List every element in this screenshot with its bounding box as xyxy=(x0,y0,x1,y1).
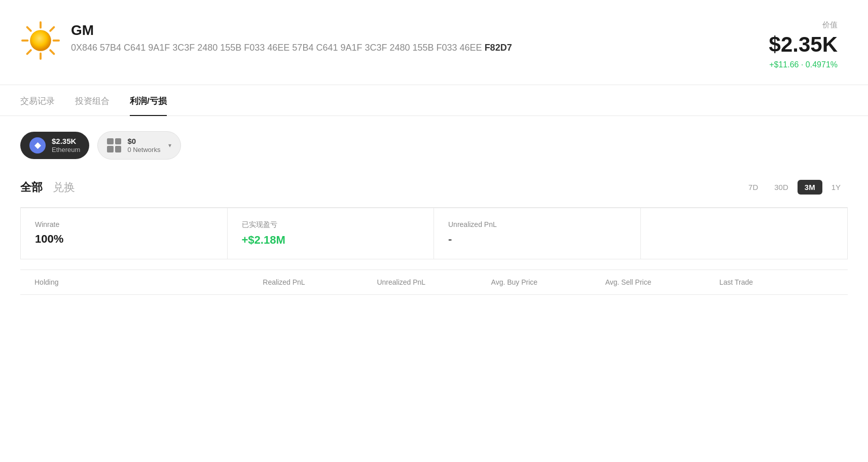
unrealized-pnl-label: Unrealized PnL xyxy=(448,220,626,228)
address-prefix: 0X846 xyxy=(71,43,97,53)
tab-transactions[interactable]: 交易记录 xyxy=(20,85,55,116)
time-3m[interactable]: 3M xyxy=(798,180,822,195)
networks-icon xyxy=(107,138,121,152)
svg-line-6 xyxy=(50,27,54,31)
networks-filter-pill[interactable]: $0 0 Networks ▾ xyxy=(97,131,181,160)
networks-label: 0 Networks xyxy=(127,146,160,154)
eth-filter-pill[interactable]: ◆ $2.35K Ethereum xyxy=(20,132,89,159)
col-holding: Holding xyxy=(34,278,263,286)
header-left: GM 0X846 57B4 C641 9A1F 3C3F 2480 155B F… xyxy=(20,20,512,63)
eth-amount: $2.35K xyxy=(52,137,80,146)
address-middle-text: 57B4 C641 9A1F 3C3F 2480 155B F033 46EE xyxy=(292,43,484,53)
filters-section: ◆ $2.35K Ethereum $0 0 Networks xyxy=(0,116,868,170)
wallet-address: 0X846 57B4 C641 9A1F 3C3F 2480 155B F033… xyxy=(71,43,512,53)
stat-unrealized-pnl: Unrealized PnL - xyxy=(434,208,641,259)
time-filters: 7D 30D 3M 1Y xyxy=(741,180,848,195)
value-label: 价值 xyxy=(769,20,838,30)
content-tabs: 全部 兑换 xyxy=(20,180,75,195)
sun-icon xyxy=(20,20,61,63)
stats-grid: Winrate 100% 已实现盈亏 +$2.18M Unrealized Pn… xyxy=(20,208,848,259)
svg-line-5 xyxy=(50,50,54,54)
tab-all[interactable]: 全部 xyxy=(20,180,43,195)
filter-pills: ◆ $2.35K Ethereum $0 0 Networks xyxy=(20,131,848,160)
realized-pnl-value: +$2.18M xyxy=(242,234,420,247)
address-suffix: F82D7 xyxy=(485,43,512,53)
value-change: +$11.66 · 0.4971% xyxy=(769,60,838,69)
winrate-label: Winrate xyxy=(35,220,213,228)
col-avg-sell: Avg. Sell Price xyxy=(605,278,719,286)
eth-pill-text: $2.35K Ethereum xyxy=(52,137,80,154)
tab-exchange[interactable]: 兑换 xyxy=(53,180,75,195)
networks-amount: $0 xyxy=(127,137,160,146)
stat-realized-pnl: 已实现盈亏 +$2.18M xyxy=(228,208,435,259)
content-header: 全部 兑换 7D 30D 3M 1Y xyxy=(20,180,848,195)
eth-symbol: ◆ xyxy=(34,140,41,150)
tab-portfolio[interactable]: 投资组合 xyxy=(75,85,110,116)
time-30d[interactable]: 30D xyxy=(767,180,795,195)
header: GM 0X846 57B4 C641 9A1F 3C3F 2480 155B F… xyxy=(0,0,868,85)
header-info: GM 0X846 57B4 C641 9A1F 3C3F 2480 155B F… xyxy=(71,20,512,53)
main-container: GM 0X846 57B4 C641 9A1F 3C3F 2480 155B F… xyxy=(0,0,868,462)
time-7d[interactable]: 7D xyxy=(741,180,765,195)
col-avg-buy: Avg. Buy Price xyxy=(491,278,605,286)
eth-label: Ethereum xyxy=(52,146,80,154)
col-unrealized-pnl: Unrealized PnL xyxy=(377,278,491,286)
unrealized-pnl-value: - xyxy=(448,233,626,246)
tab-pnl[interactable]: 利润/亏损 xyxy=(130,85,167,116)
svg-line-7 xyxy=(27,50,31,54)
col-realized-pnl: Realized PnL xyxy=(263,278,377,286)
table-header: Holding Realized PnL Unrealized PnL Avg.… xyxy=(20,270,848,295)
col-last-trade: Last Trade xyxy=(719,278,834,286)
chevron-down-icon: ▾ xyxy=(168,142,171,149)
time-1y[interactable]: 1Y xyxy=(824,180,848,195)
eth-icon: ◆ xyxy=(29,137,46,153)
address-middle: 57B4 C641 9A1F 3C3F 2480 155B F033 46EE xyxy=(100,43,290,53)
svg-line-4 xyxy=(27,27,31,31)
networks-pill-text: $0 0 Networks xyxy=(127,137,160,154)
value-amount: $2.35K xyxy=(769,33,838,56)
svg-point-8 xyxy=(30,30,51,51)
stat-winrate: Winrate 100% xyxy=(21,208,228,259)
content-section: 全部 兑换 7D 30D 3M 1Y Winrate 100% 已实现盈亏 +$… xyxy=(0,170,868,295)
tabs: 交易记录 投资组合 利润/亏损 xyxy=(20,85,848,115)
stat-empty xyxy=(641,208,848,259)
header-right: 价值 $2.35K +$11.66 · 0.4971% xyxy=(769,20,838,69)
page-title: GM xyxy=(71,22,512,38)
realized-pnl-label: 已实现盈亏 xyxy=(242,220,420,229)
tabs-section: 交易记录 投资组合 利润/亏损 xyxy=(0,85,868,116)
winrate-value: 100% xyxy=(35,233,213,246)
